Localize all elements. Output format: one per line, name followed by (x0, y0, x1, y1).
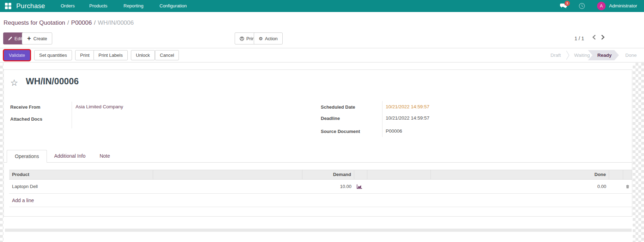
action-button-label: Action (265, 36, 278, 41)
statusbar: Validate Set quantities Print Print Labe… (0, 48, 644, 62)
add-a-line-link[interactable]: Add a line (9, 194, 632, 207)
cancel-button[interactable]: Cancel (155, 50, 179, 60)
field-value-receive-from[interactable]: Asia Limited Company (76, 104, 123, 109)
field-label-scheduled-date: Scheduled Date (321, 104, 355, 110)
messages-badge: 1 (565, 1, 570, 6)
column-header-blank (609, 170, 623, 179)
validate-button[interactable]: Validate (4, 50, 30, 60)
transparent-left-strip (0, 63, 4, 242)
column-header-done: Done (431, 170, 609, 179)
activities-clock-icon[interactable] (579, 3, 585, 9)
forecast-chart-icon[interactable] (354, 180, 367, 193)
stage-ready[interactable]: Ready (588, 50, 619, 60)
unlock-button[interactable]: Unlock (131, 50, 155, 60)
pager-value: 1 / 1 (574, 32, 584, 44)
stage-done[interactable]: Done (625, 50, 637, 60)
plus-icon: + (27, 35, 31, 42)
cell-done: 0.00 (431, 180, 609, 193)
tab-additional-info[interactable]: Additional Info (47, 150, 92, 162)
moves-table-header: Product Demand Done (9, 170, 632, 180)
column-header-forecast (354, 170, 367, 179)
app-name[interactable]: Purchase (16, 0, 45, 12)
field-label-receive-from: Receive From (10, 104, 40, 110)
field-group-divider (382, 101, 383, 137)
field-value-deadline: 10/21/2022 14:59:57 (386, 115, 429, 121)
stage-separator-icon (566, 50, 570, 60)
print-statusbar-button[interactable]: Print (75, 50, 95, 60)
field-label-source-document: Source Document (321, 129, 360, 134)
pager-next-icon[interactable] (601, 35, 605, 40)
delete-line-trash-icon[interactable] (623, 180, 632, 193)
gear-icon: ⚙ (259, 36, 263, 41)
nav-menu-orders[interactable]: Orders (61, 0, 75, 12)
column-header-delete (623, 170, 632, 179)
move-line-row[interactable]: Laptopn Dell 10.00 0.00 (9, 180, 632, 194)
cell-demand: 10.00 (302, 180, 354, 193)
edit-button-label: Edit (14, 36, 22, 41)
favorite-star-icon[interactable]: ☆ (8, 78, 20, 88)
pencil-icon (8, 36, 12, 41)
printer-icon (240, 36, 244, 41)
column-header-product: Product (9, 170, 153, 179)
top-navbar: Purchase Orders Products Reporting Confi… (0, 0, 644, 12)
stage-draft[interactable]: Draft (550, 50, 561, 60)
transparent-right-strip (633, 63, 644, 242)
breadcrumb-link-rfq[interactable]: Requests for Quotation (4, 19, 65, 26)
create-button[interactable]: + Create (22, 32, 52, 44)
user-avatar[interactable]: A (597, 2, 606, 10)
field-group-divider (72, 102, 72, 128)
set-quantities-button[interactable]: Set quantities (34, 50, 72, 60)
nav-menu-products[interactable]: Products (89, 0, 107, 12)
user-menu[interactable]: Administrator (609, 0, 637, 12)
nav-menu-configuration[interactable]: Configuration (160, 0, 187, 12)
pager-previous-icon[interactable] (592, 35, 596, 40)
breadcrumb-link-p00006[interactable]: P00006 (71, 19, 92, 26)
field-value-scheduled-date: 10/21/2022 14:59:57 (386, 104, 429, 109)
record-title: WH/IN/00006 (26, 76, 79, 86)
stage-waiting[interactable]: Waiting (574, 50, 590, 60)
breadcrumb-separator: / (92, 19, 98, 26)
tab-note[interactable]: Note (92, 150, 117, 162)
column-header-blank (153, 170, 302, 179)
action-button[interactable]: ⚙ Action (254, 32, 283, 44)
column-header-demand: Demand (302, 170, 354, 179)
breadcrumb-separator: / (65, 19, 71, 26)
form-sheet: ☆ WH/IN/00006 Receive From Asia Limited … (4, 69, 632, 217)
field-label-attached-docs: Attached Docs (10, 116, 42, 122)
create-button-label: Create (34, 36, 47, 41)
field-value-source-document: P00006 (386, 128, 402, 134)
breadcrumb-current: WH/IN/00006 (98, 19, 134, 26)
tab-operations[interactable]: Operations (7, 150, 47, 163)
column-header-blank (367, 170, 431, 179)
notebook-tabs: Operations Additional Info Note (4, 150, 632, 163)
nav-menu-reporting[interactable]: Reporting (124, 0, 143, 12)
odoo-purchase-receipt-page: { "navbar": { "app_name": "Purchase", "m… (0, 0, 644, 242)
bottom-divider-bar (5, 229, 632, 232)
field-label-deadline: Deadline (321, 116, 340, 121)
breadcrumb: Requests for Quotation/P00006/WH/IN/0000… (4, 17, 134, 29)
apps-grid-icon[interactable] (5, 2, 12, 10)
cell-product: Laptopn Dell (9, 180, 153, 193)
print-labels-button[interactable]: Print Labels (94, 50, 128, 60)
